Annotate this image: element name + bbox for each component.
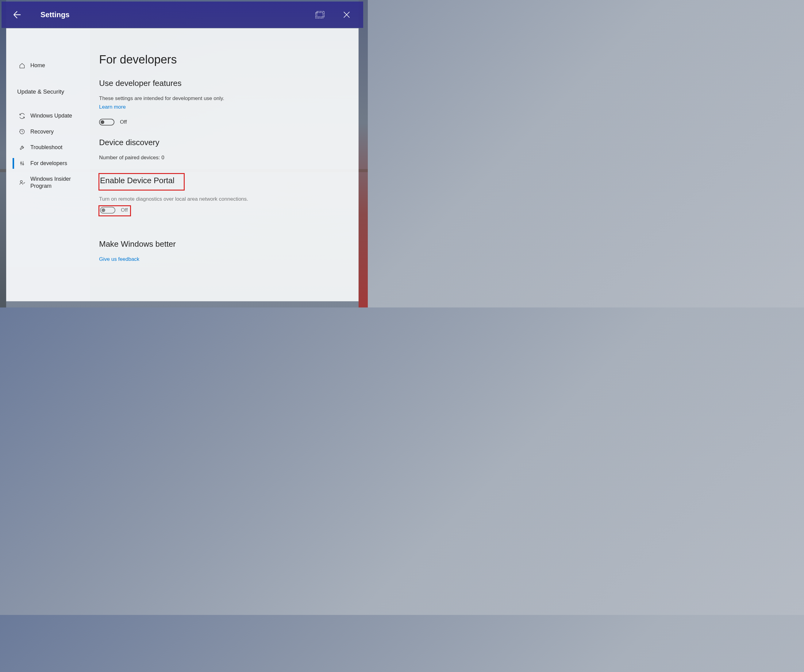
- device-portal-toggle-row: Off: [100, 207, 127, 214]
- device-portal-heading: Enable Device Portal: [100, 175, 180, 188]
- developer-features-toggle-label: Off: [120, 119, 127, 125]
- section-feedback: Make Windows better Give us feedback: [99, 239, 346, 271]
- developer-features-description: These settings are intended for developm…: [99, 95, 346, 101]
- toggle-knob: [101, 120, 104, 124]
- sidebar-item-label: For developers: [30, 160, 67, 167]
- sidebar-item-label: Windows Update: [30, 112, 72, 119]
- device-discovery-heading: Device discovery: [99, 138, 346, 147]
- window-title: Settings: [41, 10, 70, 19]
- page-heading: For developers: [99, 53, 346, 66]
- give-feedback-link[interactable]: Give us feedback: [99, 256, 139, 262]
- svg-point-3: [21, 162, 22, 164]
- settings-window: Home Update & Security Windows Update: [6, 28, 359, 301]
- insider-icon: [19, 179, 26, 186]
- sidebar-item-label: Recovery: [30, 128, 54, 135]
- highlight-annotation-heading: Enable Device Portal: [98, 173, 185, 191]
- svg-point-5: [20, 181, 22, 183]
- svg-point-4: [22, 164, 24, 165]
- developer-features-toggle-row: Off: [99, 119, 346, 126]
- sidebar-item-troubleshoot[interactable]: Troubleshoot: [7, 140, 90, 155]
- section-device-discovery: Device discovery Number of paired device…: [99, 138, 346, 161]
- sidebar-item-windows-insider[interactable]: Windows Insider Program: [7, 171, 90, 194]
- wrench-icon: [19, 144, 26, 151]
- sidebar-item-label: Windows Insider Program: [30, 175, 85, 190]
- main-content: For developers Use developer features Th…: [90, 29, 358, 301]
- sidebar-home-label: Home: [30, 62, 45, 69]
- paired-devices-count: Number of paired devices: 0: [99, 155, 346, 161]
- toggle-knob: [101, 208, 105, 212]
- close-icon[interactable]: [342, 10, 351, 19]
- sidebar-item-windows-update[interactable]: Windows Update: [7, 108, 90, 124]
- developer-features-toggle[interactable]: [99, 119, 114, 126]
- sidebar-item-label: Troubleshoot: [30, 144, 62, 151]
- feedback-heading: Make Windows better: [99, 239, 346, 249]
- window-titlebar: Settings: [2, 2, 363, 28]
- developer-icon: [19, 160, 26, 167]
- learn-more-link[interactable]: Learn more: [99, 104, 126, 110]
- back-button[interactable]: [11, 8, 24, 21]
- sidebar-item-for-developers[interactable]: For developers: [7, 155, 90, 171]
- home-icon: [19, 62, 26, 69]
- sidebar: Home Update & Security Windows Update: [7, 29, 90, 301]
- sync-icon: [19, 113, 26, 119]
- section-device-portal: Enable Device Portal Turn on remote diag…: [99, 173, 346, 227]
- device-portal-description: Turn on remote diagnostics over local ar…: [99, 196, 346, 202]
- section-developer-features: Use developer features These settings ar…: [99, 78, 346, 126]
- sidebar-category: Update & Security: [7, 84, 90, 100]
- highlight-annotation-toggle: Off: [98, 205, 131, 216]
- developer-features-heading: Use developer features: [99, 78, 346, 88]
- minimize-icon[interactable]: [314, 10, 325, 19]
- sidebar-home[interactable]: Home: [7, 58, 90, 74]
- sidebar-item-recovery[interactable]: Recovery: [7, 124, 90, 140]
- device-portal-toggle[interactable]: [100, 207, 115, 214]
- recovery-icon: [19, 128, 26, 135]
- sidebar-category-label: Update & Security: [17, 88, 64, 95]
- device-portal-toggle-label: Off: [121, 207, 127, 213]
